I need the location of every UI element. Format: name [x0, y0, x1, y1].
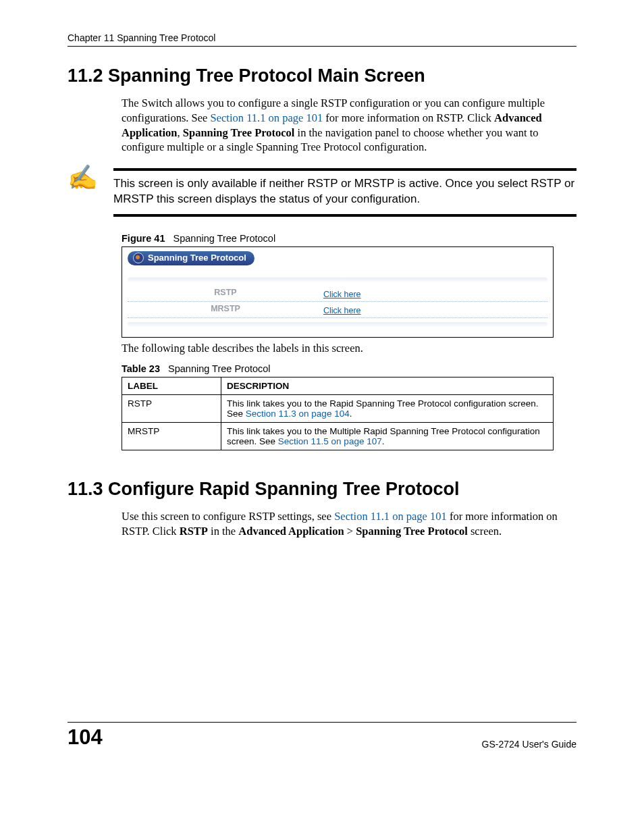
cell-label: MRSTP: [122, 422, 221, 450]
text: .: [350, 409, 352, 419]
table-title: Spanning Tree Protocol: [168, 363, 271, 374]
table-label: Table 23: [122, 363, 160, 374]
section-11-3: 11.3 Configure Rapid Spanning Tree Proto…: [68, 479, 576, 539]
panel-title-text: Spanning Tree Protocol: [148, 253, 246, 263]
section-11-2-body: The Switch allows you to configure a sin…: [122, 96, 576, 155]
table-row: MRSTP This link takes you to the Multipl…: [122, 422, 554, 450]
section-11-3-body: Use this screen to configure RSTP settin…: [122, 509, 576, 539]
figure-caption: Figure 41 Spanning Tree Protocol: [122, 233, 576, 244]
xref-link[interactable]: Section 11.5 on page 107: [278, 436, 382, 446]
screenshot-row-rstp: RSTP Click here: [128, 286, 547, 302]
pill-dot-icon: [133, 253, 144, 263]
col-header-description: DESCRIPTION: [221, 377, 554, 394]
table-header-row: LABEL DESCRIPTION: [122, 377, 554, 394]
screenshot-panel: Spanning Tree Protocol RSTP Click here M…: [122, 246, 554, 338]
table-23: Table 23 Spanning Tree Protocol LABEL DE…: [122, 363, 576, 450]
text: >: [344, 525, 356, 538]
table-caption: Table 23 Spanning Tree Protocol: [122, 363, 576, 374]
click-here-link[interactable]: Click here: [323, 290, 361, 299]
cell-label: RSTP: [122, 394, 221, 422]
chapter-label: Chapter 11 Spanning Tree Protocol: [68, 32, 215, 43]
panel-divider: [128, 322, 547, 328]
text: in the: [208, 525, 238, 538]
col-header-label: LABEL: [122, 377, 221, 394]
guide-name: GS-2724 User's Guide: [482, 739, 576, 750]
bold-text: Spanning Tree Protocol: [183, 126, 295, 139]
row-label: RSTP: [128, 288, 323, 300]
note-text: This screen is only available if neither…: [113, 168, 576, 217]
note-icon: ✍: [68, 168, 113, 188]
note-callout: ✍ This screen is only available if neith…: [68, 168, 576, 217]
bold-text: Spanning Tree Protocol: [356, 525, 468, 538]
paragraph: Use this screen to configure RSTP settin…: [122, 509, 576, 539]
cell-description: This link takes you to the Multiple Rapi…: [221, 422, 554, 450]
xref-link[interactable]: Section 11.3 on page 104: [246, 409, 350, 419]
text: ,: [178, 126, 183, 139]
figure-title: Spanning Tree Protocol: [173, 233, 276, 244]
running-header: Chapter 11 Spanning Tree Protocol: [68, 32, 576, 47]
xref-link[interactable]: Section 11.1 on page 101: [334, 510, 447, 523]
text: for more information on RSTP. Click: [323, 111, 494, 124]
page-number: 104: [68, 725, 103, 750]
bold-text: Advanced Application: [238, 525, 344, 538]
table-row: RSTP This link takes you to the Rapid Sp…: [122, 394, 554, 422]
panel-divider: [128, 278, 547, 283]
panel-title-pill: Spanning Tree Protocol: [128, 251, 254, 265]
click-here-link[interactable]: Click here: [323, 306, 361, 315]
description-table: LABEL DESCRIPTION RSTP This link takes y…: [122, 377, 554, 450]
figure-label: Figure 41: [122, 233, 165, 244]
xref-link[interactable]: Section 11.1 on page 101: [211, 111, 323, 124]
text: screen.: [468, 525, 502, 538]
bold-text: RSTP: [180, 525, 208, 538]
figure-41: Figure 41 Spanning Tree Protocol Spannin…: [122, 233, 576, 338]
section-11-3-title: 11.3 Configure Rapid Spanning Tree Proto…: [68, 479, 576, 500]
section-11-2-title: 11.2 Spanning Tree Protocol Main Screen: [68, 66, 576, 86]
text: Use this screen to configure RSTP settin…: [122, 510, 334, 523]
page-footer: 104 GS-2724 User's Guide: [68, 722, 576, 750]
screenshot-row-mrstp: MRSTP Click here: [128, 302, 547, 318]
paragraph: The Switch allows you to configure a sin…: [122, 96, 576, 155]
cell-description: This link takes you to the Rapid Spannin…: [221, 394, 554, 422]
table-intro: The following table describes the labels…: [122, 342, 576, 355]
text: .: [382, 436, 385, 446]
row-label: MRSTP: [128, 304, 323, 316]
